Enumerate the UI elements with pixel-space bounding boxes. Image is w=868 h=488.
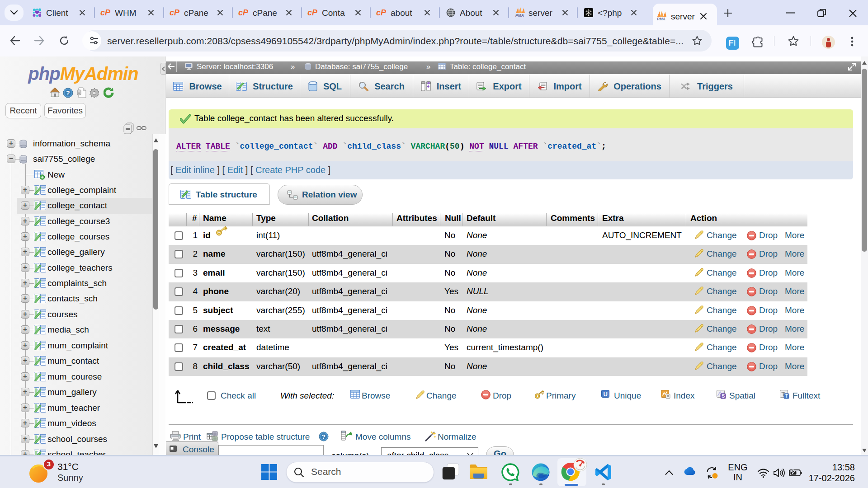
svg-text:?: ? — [66, 89, 70, 97]
svg-text:?: ? — [322, 433, 326, 440]
svg-text:cP: cP — [307, 9, 318, 17]
svg-text:cP: cP — [100, 9, 111, 17]
svg-text:cP: cP — [238, 9, 249, 17]
svg-text:S: S — [722, 394, 725, 399]
svg-text:PMA: PMA — [515, 13, 524, 17]
svg-text:PMA: PMA — [657, 17, 665, 21]
svg-text:cP: cP — [376, 9, 387, 17]
svg-text:cP: cP — [170, 9, 180, 17]
svg-text:T: T — [785, 394, 788, 399]
svg-text:U: U — [604, 391, 608, 398]
